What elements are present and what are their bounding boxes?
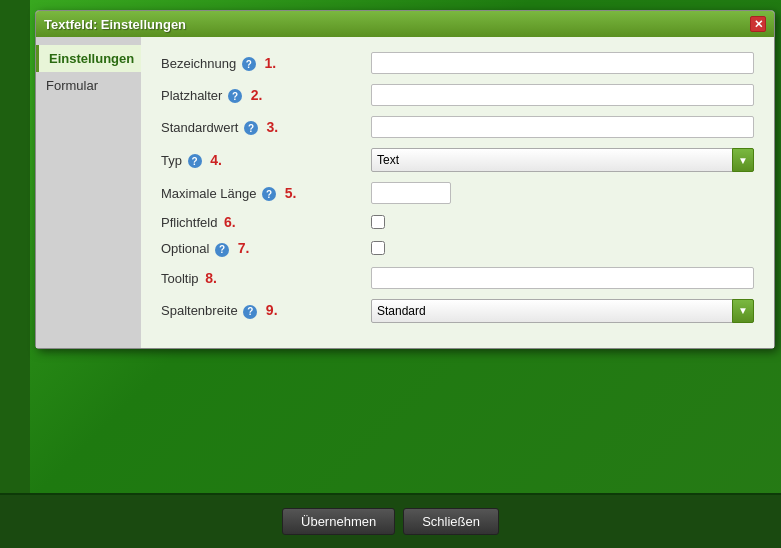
input-maximale-laenge[interactable] [371,182,451,204]
checkbox-pflichtfeld[interactable] [371,215,385,229]
input-standardwert[interactable] [371,116,754,138]
help-icon-bezeichnung[interactable]: ? [242,57,256,71]
tabs-sidebar: Einstellungen Formular [36,37,141,348]
label-text-optional: Optional [161,241,213,256]
select-wrapper-spaltenbreite: Standard Schmal Breit Vollständig ▼ [371,299,754,323]
label-text-pflichtfeld: Pflichtfeld [161,215,221,230]
row-pflichtfeld: Pflichtfeld 6. [161,214,754,230]
label-maximale-laenge: Maximale Länge ? 5. [161,185,371,202]
number-spaltenbreite: 9. [266,302,278,318]
label-text-tooltip: Tooltip [161,271,202,286]
select-typ[interactable]: Text Zahl E-Mail URL Passwort [371,148,754,172]
row-spaltenbreite: Spaltenbreite ? 9. Standard Schmal Breit… [161,299,754,323]
help-icon-spaltenbreite[interactable]: ? [243,305,257,319]
number-bezeichnung: 1. [264,55,276,71]
label-text-maximale-laenge: Maximale Länge [161,186,260,201]
label-text-standardwert: Standardwert [161,120,242,135]
help-icon-standardwert[interactable]: ? [244,121,258,135]
number-optional: 7. [238,240,250,256]
input-tooltip[interactable] [371,267,754,289]
row-maximale-laenge: Maximale Länge ? 5. [161,182,754,204]
number-platzhalter: 2. [251,87,263,103]
content-area: Bezeichnung ? 1. Platzhalter ? 2. Stan [141,37,774,348]
input-bezeichnung[interactable] [371,52,754,74]
tab-formular[interactable]: Formular [36,72,141,99]
close-icon[interactable]: ✕ [750,16,766,32]
dialog-body: Einstellungen Formular Bezeichnung ? 1. … [36,37,774,348]
number-tooltip: 8. [205,270,217,286]
left-scrollbar [0,0,30,493]
label-typ: Typ ? 4. [161,152,371,169]
help-icon-maximale-laenge[interactable]: ? [262,187,276,201]
label-platzhalter: Platzhalter ? 2. [161,87,371,104]
row-typ: Typ ? 4. Text Zahl E-Mail URL Passwort ▼ [161,148,754,172]
dialog: Textfeld: Einstellungen ✕ Einstellungen … [35,10,775,349]
label-optional: Optional ? 7. [161,240,371,257]
help-icon-typ[interactable]: ? [188,154,202,168]
number-maximale-laenge: 5. [285,185,297,201]
row-bezeichnung: Bezeichnung ? 1. [161,52,754,74]
dialog-titlebar: Textfeld: Einstellungen ✕ [36,11,774,37]
tab-einstellungen[interactable]: Einstellungen [36,45,141,72]
label-spaltenbreite: Spaltenbreite ? 9. [161,302,371,319]
row-standardwert: Standardwert ? 3. [161,116,754,138]
row-optional: Optional ? 7. [161,240,754,257]
label-text-spaltenbreite: Spaltenbreite [161,303,241,318]
apply-button[interactable]: Übernehmen [282,508,395,535]
label-text-bezeichnung: Bezeichnung [161,56,240,71]
select-spaltenbreite[interactable]: Standard Schmal Breit Vollständig [371,299,754,323]
label-pflichtfeld: Pflichtfeld 6. [161,214,371,230]
help-icon-optional[interactable]: ? [215,243,229,257]
number-typ: 4. [210,152,222,168]
label-text-platzhalter: Platzhalter [161,88,226,103]
label-standardwert: Standardwert ? 3. [161,119,371,136]
close-button[interactable]: Schließen [403,508,499,535]
label-bezeichnung: Bezeichnung ? 1. [161,55,371,72]
input-platzhalter[interactable] [371,84,754,106]
row-tooltip: Tooltip 8. [161,267,754,289]
number-standardwert: 3. [267,119,279,135]
label-text-typ: Typ [161,153,186,168]
dialog-title: Textfeld: Einstellungen [44,17,186,32]
row-platzhalter: Platzhalter ? 2. [161,84,754,106]
label-tooltip: Tooltip 8. [161,270,371,286]
select-wrapper-typ: Text Zahl E-Mail URL Passwort ▼ [371,148,754,172]
number-pflichtfeld: 6. [224,214,236,230]
checkbox-optional[interactable] [371,241,385,255]
help-icon-platzhalter[interactable]: ? [228,89,242,103]
bottom-bar: Übernehmen Schließen [0,493,781,548]
